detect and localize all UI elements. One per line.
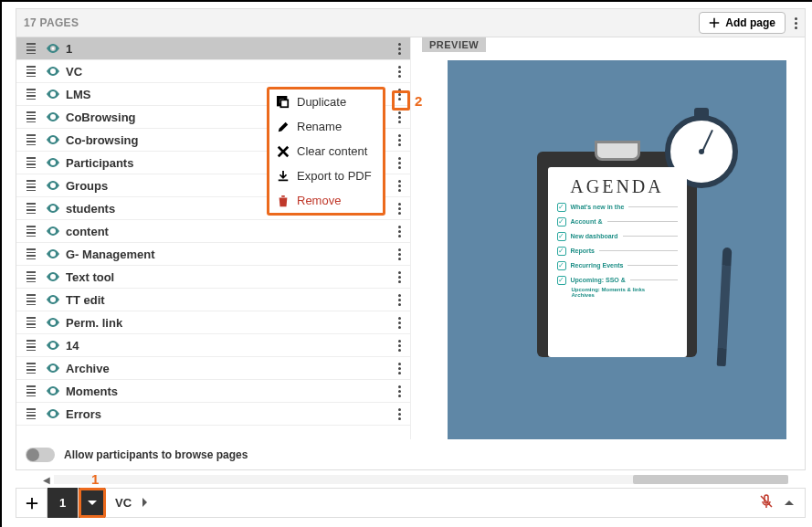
- menu-clear-label: Clear content: [297, 144, 367, 158]
- page-more-button[interactable]: [398, 89, 401, 100]
- page-label: TT edit: [66, 293, 105, 307]
- visibility-icon[interactable]: [46, 338, 60, 353]
- plus-icon: [709, 17, 720, 28]
- page-row[interactable]: 14: [16, 334, 410, 357]
- page-label: students: [66, 202, 115, 216]
- menu-remove-label: Remove: [297, 194, 341, 207]
- page-dropdown-button[interactable]: [79, 488, 106, 518]
- page-row[interactable]: Errors: [16, 403, 410, 426]
- menu-duplicate[interactable]: Duplicate: [269, 90, 383, 114]
- drag-handle-icon[interactable]: [26, 43, 37, 54]
- page-row[interactable]: VC: [16, 60, 410, 83]
- add-page-button[interactable]: Add page: [699, 12, 786, 34]
- agenda-item-text: Upcoming: SSO &: [571, 277, 626, 283]
- visibility-icon[interactable]: [46, 201, 60, 216]
- page-row[interactable]: content: [16, 220, 410, 243]
- visibility-icon[interactable]: [46, 110, 60, 124]
- next-page-button[interactable]: [141, 496, 159, 510]
- svg-rect-18: [280, 100, 288, 107]
- page-more-button[interactable]: [398, 111, 401, 123]
- visibility-icon[interactable]: [46, 361, 60, 375]
- agenda-item-text: What's new in the: [571, 204, 625, 210]
- drag-handle-icon[interactable]: [26, 294, 37, 305]
- page-more-button[interactable]: [398, 226, 401, 237]
- expand-up-button[interactable]: [785, 496, 794, 510]
- visibility-icon[interactable]: [46, 41, 60, 56]
- page-more-button[interactable]: [398, 157, 401, 169]
- visibility-icon[interactable]: [46, 247, 60, 261]
- drag-handle-icon[interactable]: [26, 248, 37, 259]
- visibility-icon[interactable]: [46, 155, 60, 170]
- page-context-menu[interactable]: Duplicate Rename Clear content Export to…: [267, 87, 385, 216]
- page-more-button[interactable]: [398, 43, 401, 55]
- drag-handle-icon[interactable]: [26, 89, 37, 100]
- page-label: Errors: [66, 407, 101, 421]
- drag-handle-icon[interactable]: [26, 408, 37, 419]
- menu-duplicate-label: Duplicate: [297, 95, 346, 109]
- drag-handle-icon[interactable]: [26, 66, 37, 77]
- menu-clear[interactable]: Clear content: [269, 139, 383, 163]
- visibility-icon[interactable]: [46, 64, 60, 79]
- menu-remove[interactable]: Remove: [269, 188, 383, 213]
- page-label: Text tool: [66, 270, 114, 284]
- visibility-icon[interactable]: [46, 292, 60, 307]
- page-row[interactable]: Moments: [16, 380, 410, 403]
- page-label: Moments: [66, 385, 118, 398]
- page-more-button[interactable]: [398, 363, 401, 374]
- svg-point-14: [52, 367, 55, 370]
- drag-handle-icon[interactable]: [26, 271, 37, 282]
- preview-badge: PREVIEW: [422, 37, 486, 52]
- visibility-icon[interactable]: [46, 269, 60, 284]
- visibility-icon[interactable]: [46, 315, 60, 330]
- add-page-bottom-button[interactable]: [16, 488, 47, 518]
- page-more-button[interactable]: [398, 408, 401, 420]
- drag-handle-icon[interactable]: [26, 363, 37, 374]
- visibility-icon[interactable]: [46, 178, 60, 193]
- pencil-icon: [277, 121, 290, 133]
- page-more-button[interactable]: [398, 248, 401, 260]
- drag-handle-icon[interactable]: [26, 180, 37, 191]
- page-more-button[interactable]: [398, 317, 401, 329]
- agenda-item-text: Reports: [571, 248, 595, 254]
- horizontal-scrollbar[interactable]: ◀: [43, 473, 792, 486]
- page-row[interactable]: Text tool: [16, 266, 410, 289]
- page-more-button[interactable]: [398, 294, 401, 306]
- drag-handle-icon[interactable]: [26, 317, 37, 328]
- drag-handle-icon[interactable]: [26, 203, 37, 214]
- menu-export[interactable]: Export to PDF: [269, 163, 383, 188]
- page-more-button[interactable]: [398, 134, 401, 146]
- mic-off-icon[interactable]: [759, 494, 774, 511]
- visibility-icon[interactable]: [46, 224, 60, 238]
- drag-handle-icon[interactable]: [26, 134, 37, 145]
- preview-pane: PREVIEW AGENDA What's new in theAccount …: [411, 37, 805, 466]
- agenda-item: Reports: [557, 247, 678, 256]
- drag-handle-icon[interactable]: [26, 340, 37, 351]
- drag-handle-icon[interactable]: [26, 157, 37, 168]
- svg-point-4: [52, 139, 55, 142]
- drag-handle-icon[interactable]: [26, 385, 37, 396]
- svg-point-13: [52, 344, 55, 347]
- agenda-title: AGENDA: [557, 176, 678, 197]
- page-more-button[interactable]: [398, 385, 401, 397]
- visibility-icon[interactable]: [46, 406, 60, 421]
- drag-handle-icon[interactable]: [26, 226, 37, 237]
- page-more-button[interactable]: [398, 66, 401, 78]
- browse-pages-toggle[interactable]: [26, 448, 55, 462]
- page-row[interactable]: Perm. link: [16, 311, 410, 334]
- page-more-button[interactable]: [398, 180, 401, 192]
- page-more-button[interactable]: [398, 271, 401, 283]
- page-row[interactable]: 1: [16, 37, 410, 60]
- page-row[interactable]: TT edit: [16, 289, 410, 311]
- visibility-icon[interactable]: [46, 87, 60, 101]
- menu-rename[interactable]: Rename: [269, 114, 383, 139]
- current-page-number[interactable]: 1: [47, 488, 79, 518]
- page-more-button[interactable]: [398, 203, 401, 215]
- drag-handle-icon[interactable]: [26, 111, 37, 122]
- page-more-button[interactable]: [398, 340, 401, 352]
- visibility-icon[interactable]: [46, 384, 60, 398]
- pages-more-button[interactable]: [795, 17, 797, 29]
- visibility-icon[interactable]: [46, 132, 60, 147]
- page-row[interactable]: Archive: [16, 357, 410, 380]
- page-label: Participants: [66, 156, 133, 170]
- page-row[interactable]: G- Management: [16, 243, 410, 266]
